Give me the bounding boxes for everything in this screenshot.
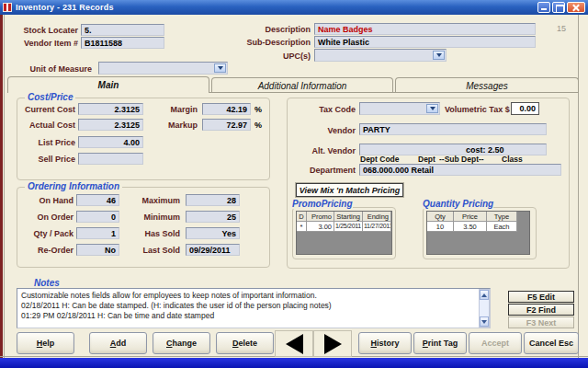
actual-cost-field[interactable]: 2.3125 [78, 119, 143, 131]
tax-code-label: Tax Code [291, 105, 356, 114]
tax-code-dropdown-arrow-icon[interactable] [426, 104, 438, 113]
re-order-field[interactable]: No [76, 244, 119, 256]
qty-pack-field[interactable]: 1 [76, 227, 119, 239]
current-cost-field[interactable]: 2.3125 [78, 103, 143, 115]
vendor-label: Vendor [291, 126, 356, 135]
promo-pricing-table[interactable]: D Promo Starting Ending * 3.00 1/25/2011… [296, 211, 392, 255]
help-button[interactable]: Help [17, 332, 74, 354]
list-price-label: List Price [9, 138, 75, 147]
scroll-up-button[interactable] [480, 290, 489, 300]
notes-scrollbar[interactable] [479, 289, 490, 328]
promo-cell-starting: 1/25/2011 [334, 222, 363, 232]
on-hand-label: On Hand [9, 196, 74, 205]
sell-price-field[interactable] [78, 153, 143, 165]
list-price-field[interactable]: 4.00 [78, 136, 143, 148]
scroll-down-button[interactable] [480, 316, 489, 327]
stock-locater-field[interactable]: 5. [81, 24, 164, 36]
volumetric-tax-label: Volumetric Tax $ [445, 105, 507, 114]
vendor-field[interactable]: PARTY [359, 123, 547, 135]
prev-record-button[interactable] [275, 330, 313, 357]
f3-next-button[interactable]: F3 Next [508, 316, 574, 328]
minimum-field[interactable]: 25 [186, 211, 240, 223]
print-tag-button[interactable]: Print Tag [413, 332, 467, 354]
promo-col-d: D [297, 212, 307, 222]
minimize-button[interactable] [537, 2, 550, 13]
department-label: Department [291, 166, 356, 175]
f5-edit-button[interactable]: F5 Edit [508, 291, 574, 303]
has-sold-field[interactable]: Yes [186, 227, 240, 239]
notes-line-1: Customizable notes fields allow for empl… [21, 291, 475, 301]
vendor-item-field[interactable]: B1811588 [81, 37, 164, 49]
stock-locater-label: Stock Locater [9, 26, 78, 35]
notes-line-2: 02/18/2011 H: Can be date stamped. (H: i… [21, 301, 475, 311]
accept-button[interactable]: Accept [469, 332, 522, 354]
delete-button[interactable]: Delete [216, 332, 274, 354]
cost-price-title: Cost/Price [25, 92, 75, 102]
markup-percent-sign: % [254, 121, 262, 130]
margin-field[interactable]: 42.19 [202, 103, 251, 115]
qty-pack-label: Qty / Pack [9, 229, 74, 238]
volumetric-tax-field[interactable]: 0.00 [511, 102, 539, 115]
minimum-label: Minimum [118, 213, 180, 222]
qty-col-price: Price [454, 212, 487, 222]
promo-table-empty-area [297, 232, 391, 254]
margin-label: Margin [145, 105, 198, 114]
sub-description-field[interactable]: White Plastic [314, 36, 536, 48]
tax-code-dropdown[interactable]: A 6.25% [359, 102, 440, 115]
f2-find-button[interactable]: F2 Find [508, 304, 574, 316]
actual-cost-label: Actual Cost [9, 121, 75, 130]
maximize-button[interactable] [552, 2, 565, 13]
tab-additional-information[interactable]: Additional Information [211, 77, 393, 92]
margin-percent-sign: % [254, 105, 262, 114]
promo-col-promo: Promo [307, 212, 334, 222]
close-button[interactable] [567, 2, 585, 13]
on-hand-field[interactable]: 46 [76, 194, 119, 206]
quantity-table-header: Qty Price Type [427, 212, 529, 222]
markup-field[interactable]: 72.97 [202, 119, 251, 131]
cancel-button[interactable]: Cancel Esc [524, 332, 579, 354]
upc-dropdown[interactable] [314, 49, 447, 62]
notes-textarea[interactable]: Customizable notes fields allow for empl… [17, 288, 491, 328]
promo-table-row[interactable]: * 3.00 1/25/2011 11/27/2011 [297, 222, 391, 232]
history-button[interactable]: History [358, 332, 412, 354]
notes-title: Notes [31, 278, 62, 288]
current-cost-label: Current Cost [9, 105, 75, 114]
quantity-table-row[interactable]: 10 3.50 Each [427, 222, 529, 232]
next-record-button[interactable] [313, 330, 352, 357]
unit-of-measure-dropdown[interactable]: Ea - Each [98, 62, 228, 75]
unit-of-measure-label: Unit of Measure [9, 64, 92, 74]
qty-col-type: Type [487, 212, 517, 222]
left-arrow-icon [286, 334, 303, 354]
quantity-table-empty-area [427, 232, 529, 254]
inventory-window: Inventory - 231 Records Stock Locater 5.… [0, 0, 588, 358]
qty-cell-qty: 10 [427, 222, 454, 232]
tab-main[interactable]: Main [7, 76, 209, 93]
qty-cell-price: 3.50 [454, 222, 487, 232]
promo-col-ending: Ending [363, 212, 391, 222]
alt-vendor-cost: cost: 2.50 [466, 145, 504, 155]
quantity-pricing-table[interactable]: Qty Price Type 10 3.50 Each [426, 211, 530, 255]
upc-dropdown-arrow-icon[interactable] [433, 51, 445, 60]
description-field[interactable]: Name Badges [314, 23, 536, 35]
dept-column-header: Dept [418, 155, 435, 164]
maximum-field[interactable]: 28 [186, 194, 240, 206]
notes-line-3: 01:29 PM 02/18/2011 H: Can be time and d… [21, 311, 475, 321]
tab-messages[interactable]: Messages [395, 77, 579, 92]
maximum-label: Maximum [118, 196, 180, 205]
left-edge-line [4, 15, 5, 358]
unit-of-measure-value: Ea - Each [116, 73, 160, 75]
on-order-field[interactable]: 0 [76, 211, 119, 223]
change-button[interactable]: Change [153, 332, 210, 354]
sub-dept-column-header: --Sub Dept-- [439, 155, 484, 164]
add-button[interactable]: Add [89, 332, 147, 354]
last-sold-field[interactable]: 09/29/2011 [186, 244, 240, 256]
uom-dropdown-arrow-icon[interactable] [214, 63, 226, 73]
view-mix-match-button[interactable]: View Mix 'n Match Pricing [296, 183, 403, 197]
app-icon [3, 3, 12, 12]
desktop-strip [0, 358, 588, 368]
promo-cell-promo: 3.00 [307, 222, 334, 232]
promo-cell-d: * [297, 222, 307, 232]
delete-label: elete [238, 339, 257, 348]
department-field[interactable]: 068.000.000 Retail [359, 164, 561, 176]
quantity-pricing-title: Quantity Pricing [423, 199, 493, 209]
